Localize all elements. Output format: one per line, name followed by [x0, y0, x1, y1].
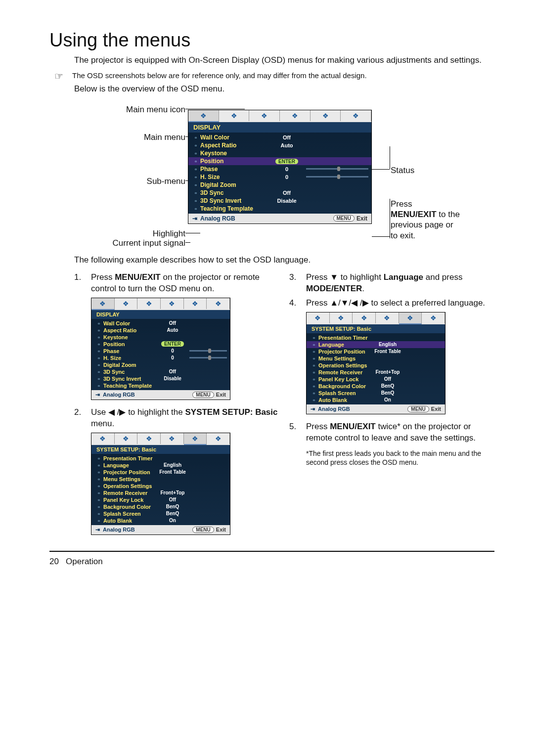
osd-row[interactable]: ▫Panel Key LockOff: [307, 376, 445, 383]
row-label: Digital Zoom: [200, 181, 269, 188]
slider-bar[interactable]: [189, 350, 227, 352]
osd-row[interactable]: ▫Operation Settings: [307, 362, 445, 369]
row-value: On: [158, 518, 187, 523]
osd-row[interactable]: ▫Digital Zoom: [188, 181, 371, 189]
osd-row[interactable]: ▫Projector PositionFront Table: [307, 348, 445, 355]
row-label: Wall Color: [103, 320, 158, 326]
osd-row[interactable]: ▫Remote ReceiverFront+Top: [91, 489, 230, 496]
osd-row[interactable]: ▫3D Sync InvertDisable: [188, 197, 371, 205]
row-label: Menu Settings: [318, 356, 373, 361]
slider-bar[interactable]: [189, 357, 227, 358]
osd-tab-icon[interactable]: ❖: [330, 312, 353, 323]
row-icon: ▫: [94, 355, 103, 361]
osd-row[interactable]: ▫H. Size0: [91, 355, 230, 361]
osd-row[interactable]: ▫Menu Settings: [91, 476, 230, 483]
row-label: Aspect Ratio: [200, 142, 269, 149]
osd-row[interactable]: ▫Panel Key LockOff: [91, 496, 230, 503]
osd-tab-icon[interactable]: ❖: [422, 312, 445, 323]
row-value: Front Table: [373, 349, 402, 354]
osd-tab-2[interactable]: ❖: [219, 110, 250, 121]
osd-tab-1[interactable]: ❖: [188, 110, 219, 122]
osd-row[interactable]: ▫Keystone: [91, 334, 230, 341]
osd-row[interactable]: ▫Teaching Template: [91, 382, 230, 389]
osd-row[interactable]: ▫Projector PositionFront Table: [91, 469, 230, 476]
row-value: Off: [158, 497, 187, 502]
osd-tab-icon[interactable]: ❖: [91, 433, 115, 444]
osd-row[interactable]: ▫Keystone: [188, 149, 371, 157]
osd-row[interactable]: ▫Auto BlankOn: [91, 517, 230, 524]
row-value: Front+Top: [158, 490, 187, 495]
osd-row[interactable]: ▫Menu Settings: [307, 355, 445, 362]
row-label: Operation Settings: [318, 362, 373, 368]
row-value: BenQ: [158, 504, 187, 509]
osd-row[interactable]: ▫Digital Zoom: [91, 361, 230, 368]
row-icon: ▫: [94, 320, 103, 326]
step-5-footnote: *The first press leads you back to the m…: [306, 449, 494, 467]
osd-tab-icon[interactable]: ❖: [207, 298, 230, 309]
osd-row[interactable]: ▫Presentation Timer: [307, 334, 445, 341]
row-label: Aspect Ratio: [103, 327, 158, 333]
osd-row[interactable]: ▫Splash ScreenBenQ: [91, 510, 230, 517]
osd-row[interactable]: ▫LanguageEnglish: [307, 341, 445, 348]
row-label: Menu Settings: [103, 476, 158, 482]
row-icon: ▫: [94, 334, 103, 340]
row-icon: ▫: [191, 150, 200, 156]
osd-tab-4[interactable]: ❖: [280, 110, 311, 121]
osd-tab-icon[interactable]: ❖: [137, 433, 161, 444]
row-label: Teaching Template: [103, 383, 158, 389]
osd-tab-icon[interactable]: ❖: [115, 298, 138, 309]
osd-tab-icon[interactable]: ❖: [137, 298, 161, 309]
osd-menu-exit[interactable]: MENU Exit: [333, 215, 367, 222]
row-value: BenQ: [158, 511, 187, 516]
osd-row[interactable]: ▫Wall ColorOff: [91, 320, 230, 327]
row-value: Auto: [158, 327, 187, 333]
osd-tab-icon[interactable]: ❖: [376, 312, 399, 323]
osd-row[interactable]: ▫Splash ScreenBenQ: [307, 390, 445, 397]
osd-row[interactable]: ▫Presentation Timer: [91, 455, 230, 462]
osd-row[interactable]: ▫Background ColorBenQ: [307, 383, 445, 390]
osd-row[interactable]: ▫Auto BlankOn: [307, 397, 445, 403]
osd-row[interactable]: ▫3D SyncOff: [188, 189, 371, 197]
slider-bar[interactable]: [306, 168, 368, 170]
osd-display: ❖ ❖ ❖ ❖ ❖ ❖ DISPLAY ▫Wall ColorOff▫Aspec…: [188, 110, 372, 224]
osd-row[interactable]: ▫Aspect RatioAuto: [188, 141, 371, 149]
osd-row[interactable]: ▫Wall ColorOff: [188, 133, 371, 141]
osd-tab-icon[interactable]: ❖: [207, 433, 230, 444]
osd-tab-icon[interactable]: ❖: [184, 298, 207, 309]
osd-row[interactable]: ▫Operation Settings: [91, 483, 230, 489]
osd-tab-6[interactable]: ❖: [341, 110, 371, 121]
osd-tab-5[interactable]: ❖: [311, 110, 341, 121]
slider-bar[interactable]: [306, 176, 368, 178]
row-label: Background Color: [318, 383, 373, 389]
osd-tab-icon[interactable]: ❖: [91, 298, 115, 310]
osd-row[interactable]: ▫Aspect RatioAuto: [91, 327, 230, 334]
osd-row[interactable]: ▫Phase0: [188, 165, 371, 173]
osd-tab-icon[interactable]: ❖: [184, 433, 207, 445]
osd-row[interactable]: ▫PositionENTER: [91, 341, 230, 348]
label-highlight: Highlight: [153, 229, 185, 239]
osd-tab-icon[interactable]: ❖: [161, 433, 184, 444]
label-press-menu-exit: Press MENU/EXIT to the previous page or …: [391, 199, 460, 241]
osd-row[interactable]: ▫Teaching Template: [188, 205, 371, 213]
osd-row[interactable]: ▫3D Sync InvertDisable: [91, 375, 230, 382]
osd-tab-icon[interactable]: ❖: [307, 312, 330, 323]
row-value: Off: [269, 134, 304, 140]
osd-row[interactable]: ▫3D SyncOff: [91, 368, 230, 375]
osd-tab-icon[interactable]: ❖: [115, 433, 138, 444]
row-label: Position: [103, 341, 158, 347]
osd-row[interactable]: ▫LanguageEnglish: [91, 462, 230, 469]
osd-row[interactable]: ▫Phase0: [91, 348, 230, 355]
osd-tab-3[interactable]: ❖: [249, 110, 280, 121]
osd-row[interactable]: ▫H. Size0: [188, 173, 371, 181]
row-label: Keystone: [200, 150, 269, 157]
row-icon: ▫: [94, 490, 103, 496]
osd-row[interactable]: ▫PositionENTER: [188, 157, 371, 165]
osd-row[interactable]: ▫Background ColorBenQ: [91, 503, 230, 510]
row-label: Language: [103, 462, 158, 468]
osd-tab-icon[interactable]: ❖: [161, 298, 184, 309]
osd-tab-icon[interactable]: ❖: [399, 312, 422, 324]
osd-tab-icon[interactable]: ❖: [353, 312, 376, 323]
step-1: 1. Press MENU/EXIT on the projector or r…: [74, 272, 279, 295]
osd-row[interactable]: ▫Remote ReceiverFront+Top: [307, 369, 445, 376]
osd-system-small-2: ❖ ❖ ❖ ❖ ❖ ❖ SYSTEM SETUP: Basic ▫Present…: [306, 312, 445, 414]
